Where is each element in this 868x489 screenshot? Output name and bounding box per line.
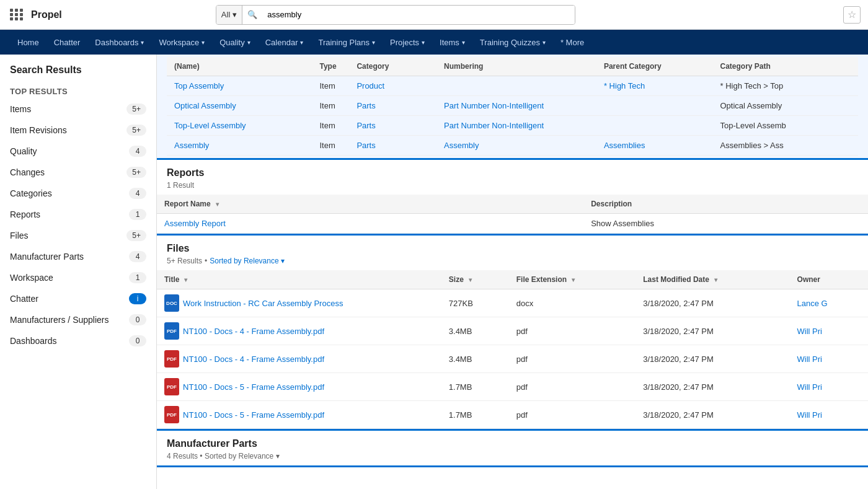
item-name-link[interactable]: Top-Level Assembly <box>174 121 246 130</box>
nav-dashboards-chevron: ▾ <box>141 39 144 46</box>
files-section: Files 5+ Results • Sorted by Relevance ▾… <box>157 236 868 431</box>
ext-sort-icon[interactable]: ▾ <box>572 276 575 283</box>
item-category-link[interactable]: Parts <box>356 121 375 130</box>
sidebar-item-manufacturer-parts[interactable]: Manufacturer Parts 4 <box>0 246 156 267</box>
files-sort-dropdown[interactable]: Sorted by Relevance ▾ <box>210 257 284 265</box>
col-title: Title ▾ <box>157 270 441 289</box>
item-numbering-link[interactable]: Part Number Non-Intelligent <box>444 101 544 110</box>
mfr-subtitle-text: 4 Results • Sorted by Relevance <box>167 452 273 460</box>
title-sort-icon[interactable]: ▾ <box>184 276 187 283</box>
item-name-link[interactable]: Top Assembly <box>174 81 224 90</box>
search-icon-wrap: 🔍 <box>242 10 262 19</box>
file-ext-cell: pdf <box>509 345 636 373</box>
sidebar-mfr-parts-label: Manufacturer Parts <box>10 252 84 262</box>
nav-training-plans-label: Training Plans <box>318 38 370 47</box>
item-category-link[interactable]: Parts <box>356 141 375 150</box>
sidebar-files-label: Files <box>10 231 29 240</box>
item-name-link[interactable]: Assembly <box>174 141 209 150</box>
sidebar-workspace-label: Workspace <box>10 273 53 283</box>
reports-table: Report Name ▾ Description Assembly Repor… <box>157 195 868 234</box>
file-owner-link[interactable]: Will Pri <box>797 327 822 336</box>
file-owner-link[interactable]: Will Pri <box>797 355 822 364</box>
mfr-header: Manufacturer Parts <box>157 431 868 452</box>
nav-home[interactable]: Home <box>10 30 46 55</box>
nav-chatter[interactable]: Chatter <box>46 30 88 55</box>
file-size-cell: 1.7MB <box>441 373 509 401</box>
nav-items[interactable]: Items ▾ <box>432 30 472 55</box>
sidebar-item-reports[interactable]: Reports 1 <box>0 204 156 225</box>
file-name-link[interactable]: Work Instruction - RC Car Assembly Proce… <box>183 299 343 308</box>
sidebar-item-chatter[interactable]: Chatter i <box>0 288 156 309</box>
sidebar-reports-label: Reports <box>10 209 40 219</box>
items-section: (Name) Type Category Numbering Parent Ca… <box>157 55 868 160</box>
search-input[interactable] <box>262 6 575 24</box>
file-modified-cell: 3/18/2020, 2:47 PM <box>636 373 789 401</box>
item-parent-link[interactable]: * High Tech <box>604 81 645 90</box>
sidebar-item-items[interactable]: Items 5+ <box>0 99 156 120</box>
top-right-actions: ☆ <box>843 6 861 24</box>
report-name-sort-icon[interactable]: ▾ <box>216 201 219 208</box>
nav-calendar[interactable]: Calendar ▾ <box>258 30 311 55</box>
sidebar-item-item-revisions[interactable]: Item Revisions 5+ <box>0 120 156 141</box>
item-category-cell: Parts <box>349 136 436 156</box>
file-title-cell: PDF NT100 - Docs - 5 - Frame Assembly.pd… <box>157 373 441 401</box>
file-name-link[interactable]: NT100 - Docs - 5 - Frame Assembly.pdf <box>183 410 324 420</box>
file-modified-cell: 3/18/2020, 2:47 PM <box>636 289 789 317</box>
file-size-cell: 3.4MB <box>441 317 509 345</box>
layout: Search Results Top Results Items 5+ Item… <box>0 55 868 489</box>
file-size-cell: 1.7MB <box>441 401 509 429</box>
item-path-cell: Assemblies > Ass <box>713 136 859 156</box>
item-parent-link[interactable]: Assemblies <box>604 141 645 150</box>
nav-dashboards[interactable]: Dashboards ▾ <box>87 30 151 55</box>
file-owner-link[interactable]: Will Pri <box>797 382 822 392</box>
sidebar-item-files[interactable]: Files 5+ <box>0 225 156 246</box>
file-name-link[interactable]: NT100 - Docs - 4 - Frame Assembly.pdf <box>183 355 324 364</box>
file-ext-cell: pdf <box>509 317 636 345</box>
nav-training-plans[interactable]: Training Plans ▾ <box>311 30 383 55</box>
file-name-link[interactable]: NT100 - Docs - 5 - Frame Assembly.pdf <box>183 382 324 392</box>
files-separator: • <box>205 257 207 265</box>
nav-training-quizzes[interactable]: Training Quizzes ▾ <box>472 30 553 55</box>
sidebar-item-quality[interactable]: Quality 4 <box>0 141 156 162</box>
app-grid-icon[interactable] <box>7 6 26 24</box>
nav-projects[interactable]: Projects ▾ <box>383 30 432 55</box>
nav-bar: Home Chatter Dashboards ▾ Workspace ▾ Qu… <box>0 30 868 55</box>
file-type-icon: PDF <box>164 378 179 395</box>
item-numbering-link[interactable]: Part Number Non-Intelligent <box>444 121 544 130</box>
file-owner-link[interactable]: Lance G <box>797 299 828 308</box>
file-size-cell: 727KB <box>441 289 509 317</box>
sidebar-item-dashboards[interactable]: Dashboards 0 <box>0 330 156 351</box>
item-category-cell: Parts <box>349 116 436 136</box>
files-header: Files <box>157 236 868 257</box>
table-row: Top-Level Assembly Item Parts Part Numbe… <box>167 116 858 136</box>
item-parent-cell: * High Tech <box>596 76 713 96</box>
nav-calendar-chevron: ▾ <box>300 39 303 46</box>
sidebar-items-badge: 5+ <box>126 104 146 115</box>
search-type-dropdown[interactable]: All ▾ <box>216 6 242 24</box>
favorites-button[interactable]: ☆ <box>843 6 861 24</box>
col-category: Category <box>349 57 436 76</box>
size-sort-icon[interactable]: ▾ <box>469 276 472 283</box>
file-modified-cell: 3/18/2020, 2:47 PM <box>636 401 789 429</box>
file-name-wrapper: PDF NT100 - Docs - 4 - Frame Assembly.pd… <box>164 350 434 368</box>
report-name-link[interactable]: Assembly Report <box>164 219 226 228</box>
sidebar-item-changes[interactable]: Changes 5+ <box>0 162 156 183</box>
item-category-link[interactable]: Parts <box>356 101 375 110</box>
sidebar-item-workspace[interactable]: Workspace 1 <box>0 267 156 288</box>
modified-sort-icon[interactable]: ▾ <box>714 276 717 283</box>
item-numbering-link[interactable]: Assembly <box>444 141 479 150</box>
sidebar-item-manufacturers[interactable]: Manufacturers / Suppliers 0 <box>0 309 156 330</box>
sidebar-item-categories[interactable]: Categories 4 <box>0 183 156 204</box>
nav-workspace[interactable]: Workspace ▾ <box>151 30 212 55</box>
nav-quality[interactable]: Quality ▾ <box>212 30 257 55</box>
file-owner-link[interactable]: Will Pri <box>797 410 822 420</box>
file-name-link[interactable]: NT100 - Docs - 4 - Frame Assembly.pdf <box>183 327 324 336</box>
col-name: (Name) <box>167 57 312 76</box>
search-type-chevron: ▾ <box>232 10 237 19</box>
item-name-link[interactable]: Optical Assembly <box>174 101 236 110</box>
file-ext-cell: pdf <box>509 401 636 429</box>
item-category-link[interactable]: Product <box>356 81 384 90</box>
nav-more[interactable]: * More <box>553 30 591 55</box>
nav-projects-label: Projects <box>390 38 419 47</box>
items-table: (Name) Type Category Numbering Parent Ca… <box>167 57 858 156</box>
